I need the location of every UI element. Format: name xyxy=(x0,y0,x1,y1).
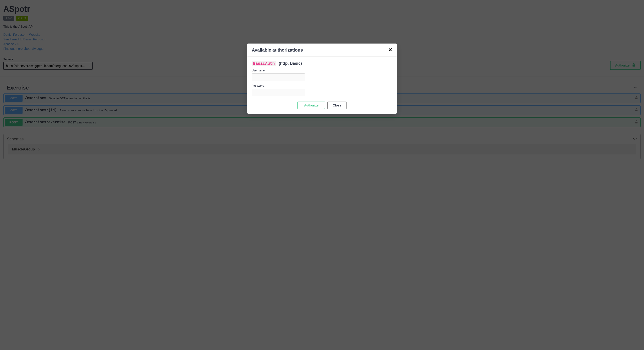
auth-scheme-type: (http, Basic) xyxy=(279,61,302,66)
modal-close-button[interactable]: Close xyxy=(327,102,346,109)
authorization-modal: Available authorizations ✕ BasicAuth (ht… xyxy=(247,44,397,114)
modal-actions: Authorize Close xyxy=(252,102,392,109)
authorization-modal-overlay: Available authorizations ✕ BasicAuth (ht… xyxy=(0,0,644,350)
modal-body: BasicAuth (http, Basic) Username: Passwo… xyxy=(247,57,397,114)
auth-scheme-heading: BasicAuth (http, Basic) xyxy=(252,61,392,66)
username-input[interactable] xyxy=(252,74,305,81)
modal-header: Available authorizations ✕ xyxy=(247,44,397,57)
auth-scheme-name: BasicAuth xyxy=(252,61,276,66)
password-label: Password: xyxy=(252,84,392,87)
username-label: Username: xyxy=(252,69,392,72)
modal-authorize-button[interactable]: Authorize xyxy=(298,102,325,109)
password-input[interactable] xyxy=(252,88,305,96)
modal-title: Available authorizations xyxy=(252,48,303,53)
close-icon[interactable]: ✕ xyxy=(388,47,392,53)
